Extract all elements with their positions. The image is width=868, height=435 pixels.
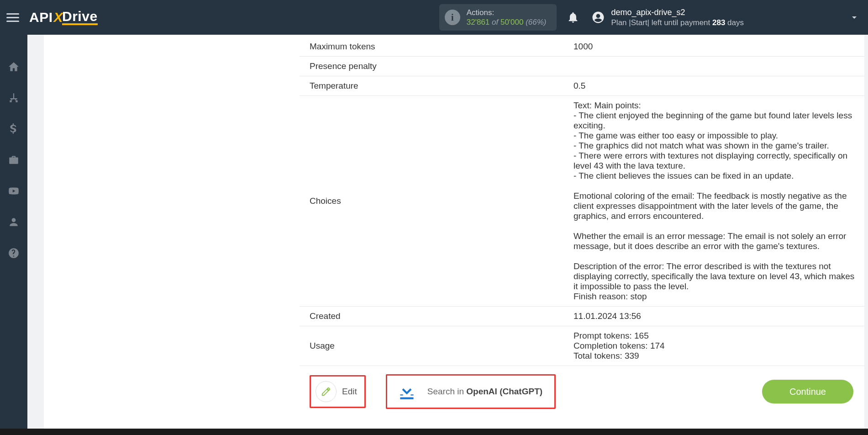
row-value: Prompt tokens: 165 Completion tokens: 17… [573,331,864,361]
bottom-scroll-strip [0,429,868,435]
left-sidebar [0,35,27,435]
sidebar-item-home[interactable] [0,57,27,77]
logo-text-api: API [29,10,53,25]
continue-button[interactable]: Continue [762,380,853,403]
row-value [573,61,864,71]
row-label: Temperature [310,81,573,91]
actions-label: Actions: [467,8,547,17]
edit-label: Edit [342,387,357,397]
edit-button[interactable]: Edit [310,375,366,408]
bell-icon[interactable] [567,11,579,24]
plan-line: Plan |Start| left until payment 283 days [611,18,744,27]
row-created: Created 11.01.2024 13:56 [300,307,864,326]
row-value: 11.01.2024 13:56 [573,311,864,321]
row-max-tokens: Maximum tokens 1000 [300,37,864,57]
search-label: Search in OpenAI (ChatGPT) [427,387,542,397]
row-usage: Usage Prompt tokens: 165 Completion toke… [300,326,864,366]
sidebar-item-connections[interactable] [0,88,27,108]
footer-actions: Edit Search in OpenAI (ChatGPT) Continue [300,366,864,427]
dollar-icon [8,123,20,135]
sidebar-item-help[interactable] [0,243,27,263]
page-body: Maximum tokens 1000 Presence penalty Tem… [27,35,868,435]
avatar-icon [591,11,605,24]
logo-text-drive: Drive [62,10,98,25]
pencil-icon [316,381,337,402]
menu-toggle-button[interactable] [6,11,19,24]
row-choices: Choices Text: Main points: - The client … [300,96,864,307]
row-value: 1000 [573,42,864,52]
row-value: 0.5 [573,81,864,91]
search-openai-button[interactable]: Search in OpenAI (ChatGPT) [386,374,556,409]
sitemap-icon [8,92,20,104]
chevron-down-icon[interactable] [849,12,860,23]
testdata-panel: Maximum tokens 1000 Presence penalty Tem… [300,35,864,435]
left-panel [44,35,300,435]
youtube-icon [8,185,20,197]
sidebar-item-payments[interactable] [0,119,27,139]
user-name: demo_apix-drive_s2 [611,7,744,18]
header-user-block[interactable]: demo_apix-drive_s2 Plan |Start| left unt… [611,7,744,27]
row-label: Presence penalty [310,61,573,71]
row-label: Usage [310,331,573,361]
sidebar-item-workspace[interactable] [0,150,27,170]
row-label: Choices [310,101,573,302]
row-label: Maximum tokens [310,42,573,52]
logo[interactable]: API X Drive [29,10,98,25]
row-presence-penalty: Presence penalty [300,57,864,76]
sidebar-item-tutorials[interactable] [0,181,27,201]
user-icon [8,216,20,228]
row-label: Created [310,311,573,321]
home-icon [8,61,20,73]
sidebar-item-account[interactable] [0,212,27,232]
row-temperature: Temperature 0.5 [300,76,864,96]
row-value: Text: Main points: - The client enjoyed … [573,101,864,302]
help-icon [8,247,20,259]
actions-usage-box[interactable]: i Actions: 32'861 of 50'000 (66%) [439,4,557,31]
info-icon: i [445,10,460,25]
briefcase-icon [8,154,20,166]
logo-text-x: X [54,10,63,25]
download-icon [395,379,418,404]
actions-value: 32'861 of 50'000 (66%) [467,17,547,27]
top-header: API X Drive i Actions: 32'861 of 50'000 … [0,0,868,35]
